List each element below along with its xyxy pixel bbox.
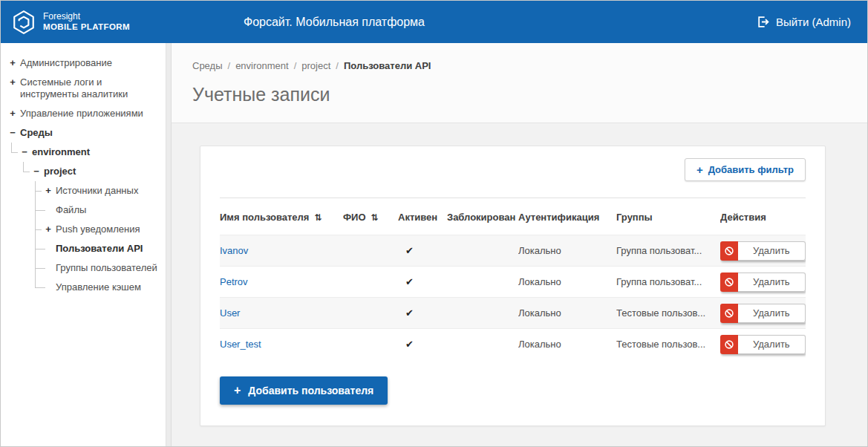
username-cell: User_test — [220, 329, 343, 360]
plus-icon: + — [234, 384, 241, 397]
delete-label: Удалить — [738, 241, 806, 261]
top-bar: Foresight MOBILE PLATFORM Форсайт. Мобил… — [1, 1, 867, 43]
active-cell: ✔ — [398, 298, 447, 329]
sidebar-item[interactable]: Управление кэшем — [1, 278, 162, 297]
expand-icon[interactable]: + — [44, 224, 53, 235]
add-filter-button[interactable]: + Добавить фильтр — [685, 158, 806, 181]
sidebar-item-label: Управление приложениями — [20, 108, 143, 120]
delete-label: Удалить — [738, 304, 806, 323]
delete-label: Удалить — [738, 273, 806, 292]
sidebar-item-label: Администрирование — [20, 57, 112, 69]
sidebar-item[interactable]: −project — [1, 162, 162, 181]
ban-icon — [720, 304, 738, 323]
sidebar-item-label: Источники данных — [56, 185, 138, 197]
sidebar-item[interactable]: +Push уведомления — [1, 220, 162, 239]
table-header-row: Имя пользователя⇅ФИО⇅АктивенЗаблокирован… — [220, 198, 806, 235]
column-header: Группы — [616, 198, 720, 235]
sidebar-item-label: project — [44, 166, 76, 177]
table-row: Ivanov✔ЛокальноГруппа пользоват...Удалит… — [220, 235, 806, 267]
sidebar-scrollbar[interactable] — [166, 43, 171, 446]
column-header: Аутентификация — [518, 198, 616, 235]
actions-cell: Удалить — [720, 329, 806, 360]
sidebar-item[interactable]: +Системные логи и инструменты аналитики — [1, 73, 162, 104]
username-cell: User — [220, 298, 343, 329]
blocked-cell — [447, 298, 518, 329]
table-row: User✔ЛокальноТестовые пользов...Удалить — [220, 298, 806, 329]
actions-cell: Удалить — [720, 298, 806, 329]
sidebar-item-label: Группы пользователей — [56, 262, 157, 274]
column-header: Заблокирован — [447, 198, 518, 235]
actions-cell: Удалить — [720, 235, 806, 267]
sidebar-item[interactable]: −environment — [1, 143, 162, 162]
check-icon: ✔ — [398, 276, 414, 287]
sidebar-item[interactable]: +Управление приложениями — [1, 104, 162, 123]
column-header-label: Действия — [720, 212, 766, 223]
content-area: + Добавить фильтр Имя пользователя⇅ФИО⇅А… — [172, 123, 867, 446]
table-body: Ivanov✔ЛокальноГруппа пользоват...Удалит… — [220, 235, 806, 360]
sidebar-tree: +Администрирование+Системные логи и инст… — [1, 53, 162, 297]
breadcrumb-item[interactable]: Среды — [192, 60, 223, 71]
sidebar-item[interactable]: −Среды — [1, 123, 162, 143]
column-header-label: Активен — [398, 212, 437, 223]
auth-cell: Локально — [518, 298, 616, 329]
column-header[interactable]: ФИО⇅ — [343, 198, 398, 235]
active-cell: ✔ — [398, 267, 447, 298]
brand-subtitle: MOBILE PLATFORM — [43, 22, 130, 33]
sidebar-item-label: Push уведомления — [56, 224, 140, 235]
expand-icon[interactable]: + — [44, 185, 53, 197]
collapse-icon[interactable]: − — [8, 127, 17, 139]
brand-logo-icon — [11, 10, 36, 35]
username-cell: Petrov — [220, 267, 343, 298]
sort-icon[interactable]: ⇅ — [371, 212, 379, 223]
table-row: User_test✔ЛокальноТестовые пользов...Уда… — [220, 329, 806, 360]
groups-cell: Тестовые пользов... — [616, 329, 720, 360]
sidebar-item[interactable]: Группы пользователей — [1, 258, 162, 278]
active-cell: ✔ — [398, 235, 447, 267]
sidebar-item[interactable]: +Источники данных — [1, 181, 162, 200]
breadcrumb-item[interactable]: environment — [235, 60, 289, 71]
brand: Foresight MOBILE PLATFORM — [11, 10, 130, 35]
collapse-icon[interactable]: − — [20, 146, 29, 158]
ban-icon — [720, 241, 738, 261]
column-header-label: Аутентификация — [518, 212, 599, 223]
column-header-label: Группы — [616, 212, 653, 223]
breadcrumb-separator: / — [336, 60, 339, 71]
username-link[interactable]: Petrov — [220, 276, 248, 287]
username-link[interactable]: User_test — [220, 339, 261, 350]
active-cell: ✔ — [398, 329, 447, 360]
expand-icon[interactable]: + — [8, 76, 17, 88]
table-row: Petrov✔ЛокальноГруппа пользоват...Удалит… — [220, 267, 806, 298]
breadcrumb-item[interactable]: Пользователи API — [344, 60, 431, 71]
auth-cell: Локально — [518, 267, 616, 298]
delete-button[interactable]: Удалить — [720, 241, 806, 261]
column-header: Активен — [398, 198, 447, 235]
sidebar-item[interactable]: +Администрирование — [1, 53, 162, 73]
sidebar-item[interactable]: Файлы — [1, 200, 162, 220]
add-user-button[interactable]: + Добавить пользователя — [220, 376, 388, 405]
username-link[interactable]: User — [220, 307, 240, 319]
blocked-cell — [447, 329, 518, 360]
breadcrumb: Среды/environment/project/Пользователи A… — [172, 43, 867, 71]
sidebar-item-label: Среды — [20, 127, 53, 139]
body-row: +Администрирование+Системные логи и инст… — [1, 43, 867, 446]
column-header[interactable]: Имя пользователя⇅ — [220, 198, 343, 235]
sort-icon[interactable]: ⇅ — [314, 212, 322, 223]
collapse-icon[interactable]: − — [32, 166, 41, 177]
expand-icon[interactable]: + — [8, 108, 17, 120]
delete-button[interactable]: Удалить — [720, 335, 806, 354]
logout-button[interactable]: Выйти (Admin) — [757, 16, 851, 28]
sidebar-item[interactable]: Пользователи API — [1, 239, 162, 258]
sidebar-item-label: Управление кэшем — [56, 281, 141, 293]
expand-icon[interactable]: + — [8, 57, 17, 69]
app-title: Форсайт. Мобильная платформа — [244, 16, 425, 29]
blocked-cell — [447, 235, 518, 267]
page-title: Учетные записи — [172, 71, 867, 105]
auth-cell: Локально — [518, 235, 616, 267]
delete-button[interactable]: Удалить — [720, 304, 806, 323]
breadcrumb-item[interactable]: project — [301, 60, 330, 71]
breadcrumb-separator: / — [228, 60, 231, 71]
username-link[interactable]: Ivanov — [220, 245, 248, 256]
main-area: Среды/environment/project/Пользователи A… — [172, 43, 867, 446]
add-user-label: Добавить пользователя — [248, 385, 373, 397]
delete-button[interactable]: Удалить — [720, 273, 806, 292]
